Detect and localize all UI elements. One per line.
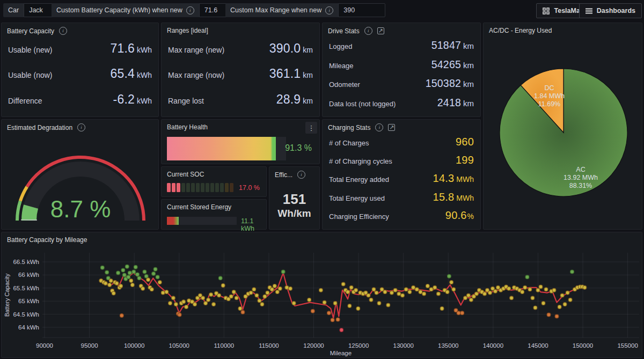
stat-label: Usable (new): [8, 46, 52, 54]
stat-row: Max range (new)390.0km: [168, 41, 313, 56]
battery-capacity-stats: Usable (new)71.6kWhUsable (now)65.4kWhDi…: [8, 36, 152, 112]
drive-stats-stats: Logged51847kmMileage54265kmOdometer15038…: [329, 36, 474, 112]
info-icon[interactable]: i: [186, 6, 194, 14]
battery-health-panel: Battery Health ⋮ 91.3 %: [161, 119, 320, 164]
stat-row: Range lost28.9km: [168, 92, 313, 107]
stat-row: Max range (now)361.1km: [168, 67, 313, 81]
svg-text:64.5 kWh: 64.5 kWh: [13, 311, 39, 318]
trend-line: [101, 273, 583, 318]
stat-value: 54265km: [431, 58, 474, 71]
stat-label: Data lost (not logged): [329, 100, 396, 108]
panel-title: Current SOC: [167, 171, 204, 178]
kebab-menu-icon[interactable]: ⋮: [305, 122, 317, 134]
y-axis-title: Battery Capacity: [4, 273, 10, 317]
efficiency-unit: Wh/km: [269, 208, 319, 219]
stat-row: Odometer150382km: [329, 77, 474, 90]
info-icon[interactable]: i: [325, 6, 333, 14]
car-variable-current: Jack: [29, 6, 43, 14]
svg-text:65 kWh: 65 kWh: [18, 298, 39, 304]
svg-text:155000: 155000: [617, 342, 638, 349]
svg-text:130000: 130000: [393, 342, 413, 349]
soc-segment: [210, 183, 214, 192]
svg-text:65.5 kWh: 65.5 kWh: [13, 285, 39, 291]
svg-text:125000: 125000: [348, 342, 369, 349]
mileage-scatter-chart[interactable]: 64 kWh64.5 kWh65 kWh65.5 kWh66 kWh66.5 k…: [2, 246, 642, 357]
stat-row: # of Charges960: [329, 136, 474, 148]
stat-row: Usable (new)71.6kWh: [8, 41, 152, 56]
info-icon[interactable]: i: [375, 123, 383, 131]
stat-value: 960: [456, 136, 474, 148]
max-range-variable-text: Custom Max Range when new: [230, 6, 321, 14]
svg-text:66.5 kWh: 66.5 kWh: [13, 259, 39, 265]
stat-label: # of Charges: [329, 139, 369, 147]
gauge-arc-segment: [16, 201, 22, 221]
info-icon[interactable]: i: [364, 27, 372, 35]
stat-row: Logged51847km: [329, 39, 474, 52]
apps-grid-icon: [543, 8, 550, 14]
soc-segment: [206, 183, 209, 192]
stat-row: # of Charging cycles199: [329, 154, 474, 166]
stat-value: 390.0km: [269, 41, 313, 56]
stat-label: Mileage: [329, 62, 354, 70]
stat-label: Max range (now): [168, 71, 224, 79]
soc-segment: [181, 183, 185, 192]
drive-stats-panel: Drive Stats i ↗ Logged51847kmMileage5426…: [322, 23, 481, 117]
panel-title: Estimated Degradation: [7, 124, 72, 131]
stat-label: # of Charging cycles: [329, 157, 392, 165]
stat-label: Difference: [8, 97, 42, 105]
x-axis-title: Mileage: [330, 350, 352, 356]
stat-value: 199: [456, 154, 474, 166]
stat-label: Total Energy added: [329, 175, 389, 184]
soc-segment: [215, 183, 219, 192]
stat-row: Difference-6.2kWh: [8, 92, 152, 107]
hamburger-icon: [586, 8, 592, 14]
acdc-energy-panel: AC/DC - Energy Used AC13.92 MWh88.31%DC1…: [483, 23, 642, 230]
soc-segment: [230, 183, 233, 192]
estimated-degradation-panel: Estimated Degradation i 8.7 %: [1, 119, 159, 230]
external-link-icon[interactable]: ↗: [377, 27, 384, 34]
stat-label: Max range (new): [168, 46, 224, 54]
panel-title: Charging Stats: [328, 124, 370, 131]
stored-energy-value: 11.1 kWh: [241, 217, 266, 232]
stat-label: Charging Efficiency: [329, 213, 389, 221]
stat-value: 28.9km: [276, 92, 313, 107]
stat-row: Data lost (not logged)2418km: [329, 97, 474, 109]
efficiency-number: 151: [269, 192, 319, 208]
external-link-icon[interactable]: ↗: [388, 124, 395, 131]
stat-value: 15.8MWh: [433, 191, 474, 203]
dashboards-button[interactable]: Dashboards: [579, 3, 642, 18]
max-range-variable-label: Custom Max Range when new i: [225, 3, 338, 17]
stat-row: Total Energy added14.3MWh: [329, 172, 474, 185]
panel-title: Effic...: [275, 171, 292, 179]
stat-value: 361.1km: [269, 67, 313, 81]
svg-text:140000: 140000: [483, 342, 503, 349]
svg-text:64 kWh: 64 kWh: [18, 324, 39, 331]
ranges-panel: Ranges [ideal] Max range (new)390.0kmMax…: [161, 23, 320, 117]
info-icon[interactable]: i: [297, 171, 305, 179]
panel-title: Battery Health: [167, 123, 208, 131]
svg-text:110000: 110000: [214, 342, 235, 349]
info-icon[interactable]: i: [77, 123, 85, 131]
stat-row: Mileage54265km: [329, 58, 474, 71]
current-soc-panel: Current SOC 17.0 %: [161, 166, 267, 197]
acdc-pie-chart[interactable]: AC13.92 MWh88.31%DC1.84 MWh11.69%: [484, 36, 643, 229]
panel-title: Battery Capacity by Mileage: [7, 236, 87, 244]
stat-row: Total Energy used15.8MWh: [329, 191, 474, 203]
soc-segment: [220, 183, 224, 192]
soc-segment: [196, 183, 200, 192]
stored-energy-bar-fill: [167, 217, 179, 225]
max-range-input[interactable]: [338, 3, 385, 17]
battery-health-value: 91.3 %: [285, 143, 312, 153]
svg-text:95000: 95000: [81, 342, 98, 349]
stat-value: -6.2kWh: [113, 92, 152, 107]
battery-capacity-variable: Custom Battery Capacity (kWh) when new i: [52, 3, 253, 17]
svg-text:66 kWh: 66 kWh: [18, 272, 39, 278]
soc-segment: [186, 183, 190, 192]
panel-title: Current Stored Energy: [167, 203, 231, 211]
dashboards-button-label: Dashboards: [597, 7, 635, 14]
info-icon[interactable]: i: [59, 27, 67, 35]
svg-text:100000: 100000: [124, 342, 144, 349]
max-range-variable: Custom Max Range when new i: [225, 3, 385, 17]
panel-title: Ranges [ideal]: [167, 27, 208, 34]
soc-segment: [191, 183, 195, 192]
